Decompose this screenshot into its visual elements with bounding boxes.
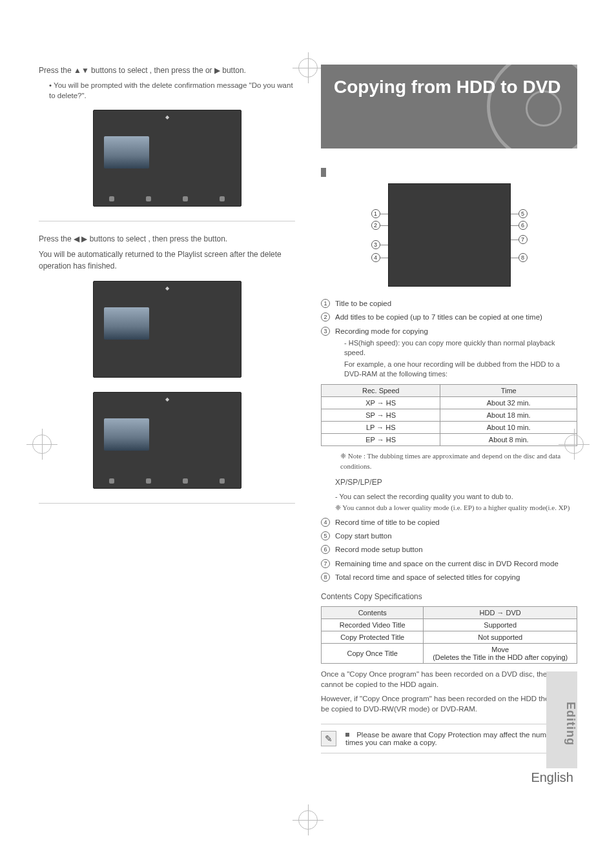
subhead-marker — [321, 168, 326, 177]
step7-c: button. — [203, 234, 227, 243]
speed-row: XP → HSAbout 32 min. — [322, 397, 577, 409]
legend-item-8: 8Total record time and space of selected… — [321, 572, 577, 583]
callout-4: 4 — [371, 253, 380, 262]
callout-3: 3 — [371, 240, 380, 249]
speed-head-0: Rec. Speed — [322, 385, 440, 397]
legend-list-bottom: 4Record time of title to be copied 5Copy… — [321, 517, 577, 583]
callout-2: 2 — [371, 221, 380, 230]
mode-b1: - You can select the recording quality y… — [321, 492, 577, 502]
side-tab-editing: Editing — [546, 671, 577, 768]
crop-mark-top — [298, 58, 318, 77]
speed-row: EP → HSAbout 8 min. — [322, 434, 577, 446]
crop-mark-right — [564, 435, 584, 454]
speed-table: Rec. Speed Time XP → HSAbout 32 min. SP … — [321, 384, 577, 446]
step7-a: Press the ◀ ▶ buttons to select — [39, 234, 148, 243]
step6-c: or ▶ button. — [205, 66, 246, 75]
separator-2 — [39, 503, 295, 504]
step7-text: Press the ◀ ▶ buttons to select , then p… — [39, 233, 295, 245]
para-copy-once-2: However, if "Copy Once program" has been… — [321, 693, 577, 714]
speed-head-1: Time — [440, 385, 577, 397]
callout-8: 8 — [518, 253, 528, 262]
crop-mark-bottom — [298, 810, 318, 830]
step6-b: , then press the — [150, 66, 205, 75]
legend-item-2: 2 Add titles to be copied (up to 7 title… — [321, 312, 577, 323]
section-title-block: Copying from HDD to DVD — [321, 65, 577, 148]
legend-item-6: 6Record mode setup button — [321, 544, 577, 555]
separator — [39, 221, 295, 221]
step6-a: Press the ▲▼ buttons to select — [39, 66, 150, 75]
speed-row: LP → HSAbout 10 min. — [322, 422, 577, 434]
callout-7: 7 — [518, 235, 528, 244]
note-box: ✎ Please be aware that Copy Protection m… — [321, 724, 577, 746]
right-column: Copying from HDD to DVD 1 2 3 4 5 6 7 — [321, 65, 577, 785]
legend-list-top: 1 Title to be copied 2 Add titles to be … — [321, 298, 577, 379]
spec-head-1: HDD → DVD — [424, 607, 577, 619]
dub-note: ❈ Note : The dubbing times are approxima… — [321, 451, 577, 471]
mode-head: XP/SP/LP/EP — [321, 476, 577, 488]
step6-text: Press the ▲▼ buttons to select , then pr… — [39, 65, 295, 76]
crop-mark-left — [32, 435, 52, 454]
legend-item-4: 4Record time of title to be copied — [321, 517, 577, 528]
legend-item-1: 1 Title to be copied — [321, 298, 577, 309]
legend-item-5: 5Copy start button — [321, 531, 577, 542]
spec-row: Recorded Video TitleSupported — [322, 619, 577, 631]
ui-screenshot-playlist-2: ◆ — [93, 392, 241, 489]
callout-6: 6 — [518, 221, 528, 230]
callout-5: 5 — [518, 209, 528, 218]
step7-b: , then press the — [148, 234, 203, 243]
spec-row: Copy Once TitleMove (Deletes the Title i… — [322, 644, 577, 664]
ui-screenshot-delete-confirm: ◆ — [93, 110, 241, 207]
page-footer-lang: English — [321, 770, 577, 785]
bullet-icon — [345, 733, 349, 737]
ui-screenshot-playlist-1: ◆ — [93, 281, 241, 378]
note-icon: ✎ — [321, 731, 336, 746]
note-text: Please be aware that Copy Protection may… — [345, 731, 565, 746]
mode-b2: ❈ You cannot dub a lower quality mode (i… — [321, 503, 577, 513]
step7-body: You will be automatically returned to th… — [39, 249, 295, 272]
left-column: Press the ▲▼ buttons to select , then pr… — [39, 65, 295, 785]
legend-item-3: 3 Recording mode for copying - HS(high s… — [321, 326, 577, 380]
copy-screen-diagram: 1 2 3 4 5 6 7 8 — [369, 183, 530, 287]
disc-graphic — [487, 65, 577, 148]
para-copy-once-1: Once a "Copy Once program" has been reco… — [321, 669, 577, 690]
callout-1: 1 — [371, 209, 380, 218]
spec-table: Contents HDD → DVD Recorded Video TitleS… — [321, 606, 577, 664]
legend-item-7: 7Remaining time and space on the current… — [321, 558, 577, 569]
spec-head-0: Contents — [322, 607, 424, 619]
step6-sub: • You will be prompted with the delete c… — [39, 80, 295, 101]
spec-caption: Contents Copy Specifications — [321, 592, 577, 601]
speed-row: SP → HSAbout 18 min. — [322, 409, 577, 422]
separator-bottom — [321, 753, 577, 753]
spec-row: Copy Protected TitleNot supported — [322, 631, 577, 644]
